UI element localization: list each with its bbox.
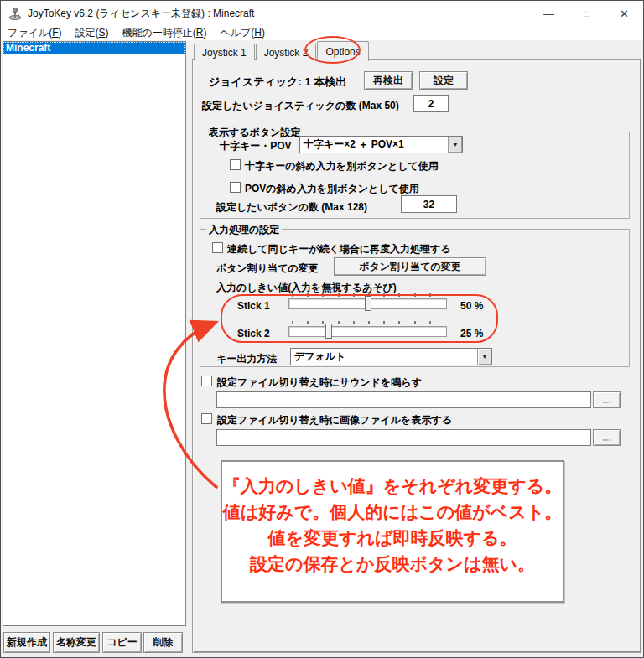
- joystick-count-input[interactable]: [413, 95, 449, 112]
- button-display-group-title: 表示するボタン設定: [206, 126, 303, 140]
- annotation-line: 『入力のしきい値』をそれぞれ変更する。: [222, 473, 563, 499]
- assign-change-label: ボタン割り当ての変更: [216, 262, 319, 276]
- annotation-line: 値は好みで。個人的にはこの値がベスト。: [222, 499, 563, 525]
- sound-browse-button[interactable]: ...: [593, 391, 621, 408]
- app-window: JoyToKey v6.2 (ライセンスキー未登録) : Minecraft —…: [0, 0, 644, 658]
- dpad-diagonal-label: 十字キーの斜め入力を別ボタンとして使用: [245, 159, 439, 174]
- new-profile-button[interactable]: 新規作成: [3, 632, 50, 653]
- image-browse-button[interactable]: ...: [593, 429, 621, 446]
- menu-help[interactable]: ヘルプ(H): [213, 26, 272, 40]
- options-tab-highlight-circle: [304, 36, 361, 64]
- app-joystick-icon: [8, 7, 22, 20]
- repeat-input-label: 連続して同じキーが続く場合に再度入力処理する: [227, 242, 451, 256]
- pov-dropdown-value: 十字キー×2 ＋ POV×1: [300, 137, 448, 152]
- title-bar: JoyToKey v6.2 (ライセンスキー未登録) : Minecraft —…: [1, 1, 643, 26]
- annotation-note: 『入力のしきい値』をそれぞれ変更する。 値は好みで。個人的にはこの値がベスト。 …: [221, 460, 564, 603]
- redetect-button[interactable]: 再検出: [364, 71, 413, 90]
- profile-item-minecraft[interactable]: Minecraft: [3, 42, 185, 54]
- assign-change-button[interactable]: ボタン割り当ての変更: [334, 257, 486, 276]
- image-path-input[interactable]: [216, 429, 591, 446]
- key-output-dropdown-arrow-icon[interactable]: ▼: [477, 349, 491, 365]
- pov-diagonal-label: POVの斜め入力を別ボタンとして使用: [245, 182, 419, 196]
- button-count-input[interactable]: [401, 195, 457, 213]
- annotation-line: 値を変更すれば即時反映する。: [222, 525, 563, 551]
- repeat-input-checkbox[interactable]: [212, 242, 223, 253]
- key-output-dropdown-value: デフォルト: [291, 350, 477, 364]
- copy-profile-button[interactable]: コピー: [102, 632, 142, 653]
- button-count-label: 設定したいボタンの数 (Max 128): [216, 200, 367, 215]
- sound-path-input[interactable]: [216, 391, 591, 408]
- pov-label: 十字キー・POV: [220, 139, 292, 153]
- threshold-highlight-rect: [221, 294, 498, 343]
- annotation-line: 設定の保存とか反映ボタンは無い。: [222, 551, 563, 577]
- delete-profile-button[interactable]: 削除: [143, 632, 183, 653]
- menu-pause-function[interactable]: 機能の一時停止(R): [115, 26, 213, 40]
- minimize-button[interactable]: —: [530, 1, 568, 26]
- close-button[interactable]: ✕: [605, 1, 643, 26]
- rename-profile-button[interactable]: 名称変更: [53, 632, 100, 653]
- joystick-settings-button[interactable]: 設定: [419, 71, 468, 90]
- menu-file[interactable]: ファイル(F): [1, 26, 68, 40]
- menu-settings[interactable]: 設定(S): [68, 26, 115, 40]
- window-controls: — □ ✕: [530, 1, 643, 26]
- tab-joystick-1[interactable]: Joystick 1: [194, 44, 255, 60]
- dpad-diagonal-checkbox[interactable]: [230, 159, 241, 170]
- pov-dropdown[interactable]: 十字キー×2 ＋ POV×1 ▼: [299, 136, 463, 153]
- input-processing-group-title: 入力処理の設定: [206, 223, 282, 237]
- joystick-count-label: 設定したいジョイスティックの数 (Max 50): [202, 99, 399, 113]
- maximize-button: □: [568, 1, 605, 26]
- annotation-arrow: [152, 313, 261, 494]
- key-output-dropdown[interactable]: デフォルト ▼: [290, 348, 492, 365]
- window-title: JoyToKey v6.2 (ライセンスキー未登録) : Minecraft: [28, 7, 254, 21]
- joystick-detected-label: ジョイスティック: 1 本検出: [209, 75, 346, 90]
- pov-diagonal-checkbox[interactable]: [230, 182, 241, 193]
- pov-dropdown-arrow-icon[interactable]: ▼: [448, 137, 462, 153]
